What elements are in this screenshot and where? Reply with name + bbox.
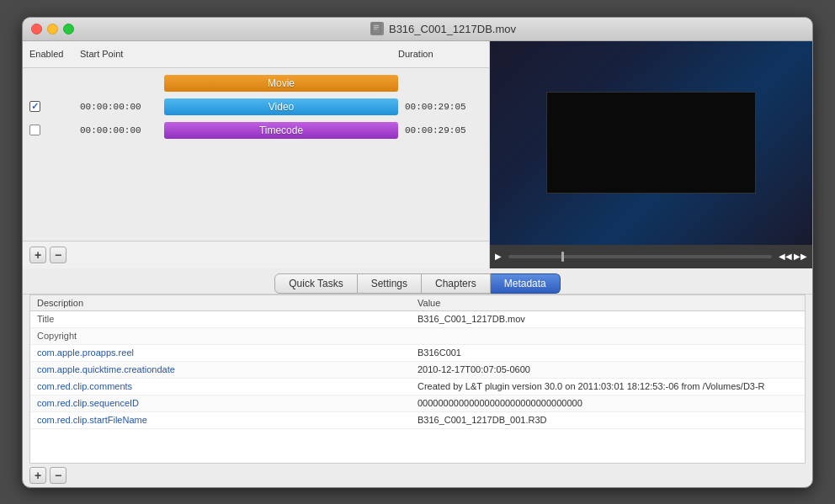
track-enabled-timecode: [29, 125, 80, 135]
metadata-panel: Description Value Title B316_C001_1217DB…: [29, 294, 806, 487]
top-section: Enabled Start Point Duration Movie: [23, 41, 812, 268]
track-checkbox-video[interactable]: ✓: [29, 101, 40, 112]
svg-rect-1: [374, 25, 379, 26]
play-button[interactable]: ▶: [495, 252, 502, 261]
track-start-timecode: 00:00:00:00: [80, 125, 164, 135]
video-canvas: [490, 41, 812, 245]
track-controls: + −: [23, 241, 489, 268]
track-row-timecode: 00:00:00:00 Timecode 00:00:29:05: [23, 119, 489, 142]
meta-row-comments: com.red.clip.comments Created by L&T plu…: [30, 379, 805, 395]
track-list-panel: Enabled Start Point Duration Movie: [23, 41, 490, 268]
track-label-timecode[interactable]: Timecode: [164, 122, 398, 139]
meta-val-reel: B316C001: [418, 347, 798, 358]
meta-desc-reel: com.apple.proapps.reel: [37, 347, 418, 358]
scrubber-thumb: [561, 252, 564, 262]
video-frame: [490, 41, 812, 245]
transport-buttons: ◀◀ ▶▶: [779, 252, 807, 261]
tab-settings[interactable]: Settings: [358, 273, 422, 294]
frame-forward-button[interactable]: ▶▶: [794, 252, 807, 261]
meta-row-startfilename: com.red.clip.startFileName B316_C001_121…: [30, 412, 805, 429]
meta-val-creationdate: 2010-12-17T00:07:05-0600: [418, 364, 798, 374]
meta-desc-creationdate: com.apple.quicktime.creationdate: [37, 364, 418, 374]
track-header: Enabled Start Point Duration: [23, 41, 489, 68]
title-bar: B316_C001_1217DB.mov: [23, 18, 812, 41]
minimize-button[interactable]: [47, 24, 58, 34]
tab-chapters[interactable]: Chapters: [422, 273, 491, 294]
tab-quick-tasks[interactable]: Quick Tasks: [274, 273, 357, 294]
meta-row-reel: com.apple.proapps.reel B316C001: [30, 345, 805, 362]
track-row-video: ✓ 00:00:00:00 Video 00:00:29:05: [23, 95, 489, 119]
meta-desc-startfilename: com.red.clip.startFileName: [37, 415, 418, 425]
meta-col-val-header: Value: [418, 298, 798, 308]
meta-desc-copyright: Copyright: [37, 331, 418, 341]
add-meta-button[interactable]: +: [29, 467, 46, 484]
tabs-bar: Quick Tasks Settings Chapters Metadata: [23, 268, 812, 294]
meta-desc-title: Title: [37, 314, 418, 324]
checkmark-video: ✓: [31, 101, 39, 112]
track-label-container-timecode: Timecode: [164, 122, 398, 139]
meta-desc-comments: com.red.clip.comments: [37, 381, 418, 391]
remove-meta-button[interactable]: −: [50, 467, 66, 484]
meta-val-startfilename: B316_C001_1217DB_001.R3D: [418, 415, 798, 425]
video-inner-rect: [546, 92, 756, 194]
track-enabled-video: ✓: [29, 101, 80, 112]
frame-back-button[interactable]: ◀◀: [779, 252, 792, 261]
meta-row-title: Title B316_C001_1217DB.mov: [30, 311, 805, 328]
meta-desc-sequenceid: com.red.clip.sequenceID: [37, 398, 418, 408]
main-content: Enabled Start Point Duration Movie: [23, 41, 812, 487]
meta-row-sequenceid: com.red.clip.sequenceID 0000000000000000…: [30, 395, 805, 412]
track-label-movie[interactable]: Movie: [164, 75, 398, 92]
scrubber-bar[interactable]: [508, 255, 772, 258]
meta-col-desc-header: Description: [37, 298, 418, 308]
window-title: B316_C001_1217DB.mov: [82, 22, 804, 35]
close-button[interactable]: [31, 24, 42, 34]
col-duration-header: Duration: [398, 49, 482, 59]
tab-metadata[interactable]: Metadata: [491, 273, 561, 294]
maximize-button[interactable]: [63, 24, 74, 34]
track-rows: Movie ✓ 00:00:00:00 Video: [23, 68, 489, 241]
meta-row-creationdate: com.apple.quicktime.creationdate 2010-12…: [30, 362, 805, 379]
video-controls: ▶ ◀◀ ▶▶: [490, 245, 812, 268]
meta-row-copyright: Copyright: [30, 328, 805, 345]
track-row-movie: Movie: [23, 72, 489, 95]
svg-rect-2: [374, 27, 379, 28]
add-track-button[interactable]: +: [29, 247, 46, 263]
track-label-container-movie: Movie: [164, 75, 398, 92]
meta-val-comments: Created by L&T plugin version 30.0 on 20…: [418, 381, 798, 391]
svg-rect-0: [372, 23, 380, 34]
video-preview: ▶ ◀◀ ▶▶: [490, 41, 812, 268]
main-window: B316_C001_1217DB.mov Enabled Start Point…: [22, 17, 813, 488]
track-duration-video: 00:00:29:05: [398, 102, 482, 112]
metadata-table: Description Value Title B316_C001_1217DB…: [29, 294, 806, 464]
remove-track-button[interactable]: −: [50, 247, 66, 263]
traffic-lights: [31, 24, 74, 34]
meta-val-sequenceid: 00000000000000000000000000000000: [418, 398, 798, 408]
track-label-video[interactable]: Video: [164, 98, 398, 115]
file-icon: [370, 22, 384, 35]
col-enabled-header: Enabled: [29, 49, 80, 59]
col-start-header: Start Point: [80, 49, 164, 59]
track-checkbox-timecode[interactable]: [29, 125, 40, 135]
metadata-header-row: Description Value: [30, 295, 805, 311]
track-start-video: 00:00:00:00: [80, 102, 164, 112]
svg-rect-3: [374, 29, 377, 29]
track-label-container-video: Video: [164, 98, 398, 115]
meta-val-title: B316_C001_1217DB.mov: [418, 314, 798, 324]
meta-controls: + −: [29, 464, 806, 487]
track-duration-timecode: 00:00:29:05: [398, 125, 482, 135]
title-text: B316_C001_1217DB.mov: [389, 23, 516, 35]
